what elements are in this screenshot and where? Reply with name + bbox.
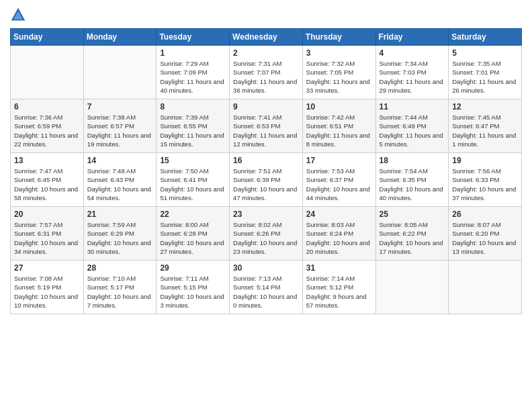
day-info: Sunrise: 7:34 AM Sunset: 7:03 PM Dayligh… bbox=[380, 59, 445, 95]
day-number: 10 bbox=[306, 102, 372, 111]
day-number: 1 bbox=[160, 48, 226, 58]
day-number: 13 bbox=[14, 156, 80, 165]
day-number: 25 bbox=[380, 210, 445, 219]
day-info: Sunrise: 7:08 AM Sunset: 5:19 PM Dayligh… bbox=[14, 274, 80, 310]
day-number: 7 bbox=[87, 102, 153, 111]
day-number: 23 bbox=[233, 210, 299, 219]
day-info: Sunrise: 7:50 AM Sunset: 6:41 PM Dayligh… bbox=[160, 167, 226, 202]
calendar-cell: 19Sunrise: 7:56 AM Sunset: 6:33 PM Dayli… bbox=[449, 153, 522, 207]
calendar-cell: 6Sunrise: 7:36 AM Sunset: 6:59 PM Daylig… bbox=[11, 99, 84, 153]
day-info: Sunrise: 7:42 AM Sunset: 6:51 PM Dayligh… bbox=[306, 113, 372, 148]
day-info: Sunrise: 7:10 AM Sunset: 5:17 PM Dayligh… bbox=[87, 274, 153, 310]
calendar-cell bbox=[449, 261, 522, 314]
day-number: 9 bbox=[233, 102, 299, 111]
calendar-cell bbox=[11, 46, 84, 99]
day-info: Sunrise: 7:57 AM Sunset: 6:31 PM Dayligh… bbox=[14, 220, 80, 256]
day-number: 14 bbox=[87, 156, 153, 165]
calendar-cell: 1Sunrise: 7:29 AM Sunset: 7:09 PM Daylig… bbox=[157, 46, 230, 99]
day-number: 12 bbox=[452, 102, 518, 111]
calendar-cell: 16Sunrise: 7:51 AM Sunset: 6:39 PM Dayli… bbox=[230, 153, 303, 207]
calendar-week-row: 20Sunrise: 7:57 AM Sunset: 6:31 PM Dayli… bbox=[11, 207, 522, 261]
day-number: 28 bbox=[87, 263, 153, 273]
calendar-cell: 5Sunrise: 7:35 AM Sunset: 7:01 PM Daylig… bbox=[449, 46, 522, 99]
column-header-tuesday: Tuesday bbox=[157, 29, 230, 46]
logo bbox=[10, 7, 29, 23]
logo-icon bbox=[10, 7, 26, 23]
calendar-cell: 14Sunrise: 7:48 AM Sunset: 6:43 PM Dayli… bbox=[83, 153, 157, 207]
day-info: Sunrise: 7:45 AM Sunset: 6:47 PM Dayligh… bbox=[452, 113, 518, 148]
day-info: Sunrise: 7:54 AM Sunset: 6:35 PM Dayligh… bbox=[380, 167, 445, 202]
day-info: Sunrise: 7:53 AM Sunset: 6:37 PM Dayligh… bbox=[306, 167, 372, 202]
column-header-sunday: Sunday bbox=[11, 29, 84, 46]
day-info: Sunrise: 7:48 AM Sunset: 6:43 PM Dayligh… bbox=[87, 167, 153, 202]
column-header-wednesday: Wednesday bbox=[230, 29, 303, 46]
calendar-cell: 3Sunrise: 7:32 AM Sunset: 7:05 PM Daylig… bbox=[302, 46, 375, 99]
calendar-cell bbox=[375, 261, 449, 314]
calendar-cell: 18Sunrise: 7:54 AM Sunset: 6:35 PM Dayli… bbox=[375, 153, 449, 207]
day-info: Sunrise: 7:44 AM Sunset: 6:49 PM Dayligh… bbox=[380, 113, 445, 148]
column-header-thursday: Thursday bbox=[302, 29, 375, 46]
calendar-cell: 12Sunrise: 7:45 AM Sunset: 6:47 PM Dayli… bbox=[449, 99, 522, 153]
day-info: Sunrise: 8:02 AM Sunset: 6:26 PM Dayligh… bbox=[233, 220, 299, 256]
calendar-cell: 8Sunrise: 7:39 AM Sunset: 6:55 PM Daylig… bbox=[157, 99, 230, 153]
day-number: 19 bbox=[452, 156, 518, 165]
calendar-cell: 28Sunrise: 7:10 AM Sunset: 5:17 PM Dayli… bbox=[83, 261, 157, 314]
calendar-week-row: 6Sunrise: 7:36 AM Sunset: 6:59 PM Daylig… bbox=[11, 99, 522, 153]
day-info: Sunrise: 7:51 AM Sunset: 6:39 PM Dayligh… bbox=[233, 167, 299, 202]
day-number: 11 bbox=[380, 102, 445, 111]
day-number: 17 bbox=[306, 156, 372, 165]
page-header bbox=[10, 7, 522, 23]
calendar-header-row: SundayMondayTuesdayWednesdayThursdayFrid… bbox=[11, 29, 522, 46]
day-info: Sunrise: 7:35 AM Sunset: 7:01 PM Dayligh… bbox=[452, 59, 518, 95]
calendar-table: SundayMondayTuesdayWednesdayThursdayFrid… bbox=[10, 28, 522, 314]
calendar-cell: 24Sunrise: 8:03 AM Sunset: 6:24 PM Dayli… bbox=[302, 207, 375, 261]
day-info: Sunrise: 7:14 AM Sunset: 5:12 PM Dayligh… bbox=[306, 274, 372, 310]
day-info: Sunrise: 7:39 AM Sunset: 6:55 PM Dayligh… bbox=[160, 113, 226, 148]
day-info: Sunrise: 7:38 AM Sunset: 6:57 PM Dayligh… bbox=[87, 113, 153, 148]
day-info: Sunrise: 7:31 AM Sunset: 7:07 PM Dayligh… bbox=[233, 59, 299, 95]
day-info: Sunrise: 7:29 AM Sunset: 7:09 PM Dayligh… bbox=[160, 59, 226, 95]
calendar-cell bbox=[83, 46, 157, 99]
day-number: 6 bbox=[14, 102, 80, 111]
day-info: Sunrise: 7:59 AM Sunset: 6:29 PM Dayligh… bbox=[87, 220, 153, 256]
day-info: Sunrise: 7:11 AM Sunset: 5:15 PM Dayligh… bbox=[160, 274, 226, 310]
calendar-week-row: 13Sunrise: 7:47 AM Sunset: 6:45 PM Dayli… bbox=[11, 153, 522, 207]
calendar-cell: 17Sunrise: 7:53 AM Sunset: 6:37 PM Dayli… bbox=[302, 153, 375, 207]
day-number: 15 bbox=[160, 156, 226, 165]
calendar-cell: 30Sunrise: 7:13 AM Sunset: 5:14 PM Dayli… bbox=[230, 261, 303, 314]
day-info: Sunrise: 8:03 AM Sunset: 6:24 PM Dayligh… bbox=[306, 220, 372, 256]
day-info: Sunrise: 7:41 AM Sunset: 6:53 PM Dayligh… bbox=[233, 113, 299, 148]
day-number: 24 bbox=[306, 210, 372, 219]
day-info: Sunrise: 8:00 AM Sunset: 6:28 PM Dayligh… bbox=[160, 220, 226, 256]
day-number: 26 bbox=[452, 210, 518, 219]
day-info: Sunrise: 7:56 AM Sunset: 6:33 PM Dayligh… bbox=[452, 167, 518, 202]
calendar-cell: 11Sunrise: 7:44 AM Sunset: 6:49 PM Dayli… bbox=[375, 99, 449, 153]
day-number: 29 bbox=[160, 263, 226, 273]
day-info: Sunrise: 7:13 AM Sunset: 5:14 PM Dayligh… bbox=[233, 274, 299, 310]
calendar-cell: 15Sunrise: 7:50 AM Sunset: 6:41 PM Dayli… bbox=[157, 153, 230, 207]
day-number: 18 bbox=[380, 156, 445, 165]
day-number: 8 bbox=[160, 102, 226, 111]
day-number: 31 bbox=[306, 263, 372, 273]
day-number: 30 bbox=[233, 263, 299, 273]
calendar-cell: 27Sunrise: 7:08 AM Sunset: 5:19 PM Dayli… bbox=[11, 261, 84, 314]
calendar-cell: 10Sunrise: 7:42 AM Sunset: 6:51 PM Dayli… bbox=[302, 99, 375, 153]
calendar-cell: 13Sunrise: 7:47 AM Sunset: 6:45 PM Dayli… bbox=[11, 153, 84, 207]
calendar-cell: 20Sunrise: 7:57 AM Sunset: 6:31 PM Dayli… bbox=[11, 207, 84, 261]
calendar-cell: 29Sunrise: 7:11 AM Sunset: 5:15 PM Dayli… bbox=[157, 261, 230, 314]
day-number: 20 bbox=[14, 210, 80, 219]
day-info: Sunrise: 8:07 AM Sunset: 6:20 PM Dayligh… bbox=[452, 220, 518, 256]
column-header-saturday: Saturday bbox=[449, 29, 522, 46]
day-number: 4 bbox=[380, 48, 445, 58]
calendar-cell: 25Sunrise: 8:05 AM Sunset: 6:22 PM Dayli… bbox=[375, 207, 449, 261]
day-info: Sunrise: 7:47 AM Sunset: 6:45 PM Dayligh… bbox=[14, 167, 80, 202]
day-info: Sunrise: 7:32 AM Sunset: 7:05 PM Dayligh… bbox=[306, 59, 372, 95]
calendar-week-row: 27Sunrise: 7:08 AM Sunset: 5:19 PM Dayli… bbox=[11, 261, 522, 314]
day-number: 3 bbox=[306, 48, 372, 58]
calendar-cell: 2Sunrise: 7:31 AM Sunset: 7:07 PM Daylig… bbox=[230, 46, 303, 99]
column-header-monday: Monday bbox=[83, 29, 157, 46]
calendar-cell: 22Sunrise: 8:00 AM Sunset: 6:28 PM Dayli… bbox=[157, 207, 230, 261]
day-number: 5 bbox=[452, 48, 518, 58]
calendar-cell: 7Sunrise: 7:38 AM Sunset: 6:57 PM Daylig… bbox=[83, 99, 157, 153]
day-info: Sunrise: 7:36 AM Sunset: 6:59 PM Dayligh… bbox=[14, 113, 80, 148]
